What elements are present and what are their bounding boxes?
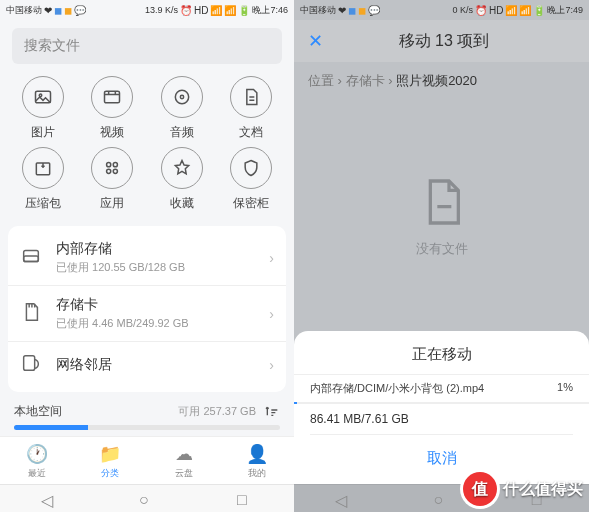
storage-sub: 已使用 4.46 MB/249.92 GB [56, 316, 257, 331]
favorite-icon [161, 147, 203, 189]
network-icon [20, 352, 44, 378]
cloud-icon: ☁ [175, 443, 193, 465]
nav-home-icon[interactable]: ○ [433, 491, 449, 507]
svg-point-9 [114, 169, 118, 173]
person-icon: 👤 [246, 443, 268, 465]
app-icon-1: ◼ [348, 5, 356, 16]
move-progress-sheet: 正在移动 内部存储/DCIM/小米小背包 (2).mp4 1% 86.41 MB… [294, 331, 589, 484]
svg-point-8 [107, 169, 111, 173]
tab-category[interactable]: 📁 分类 [74, 437, 148, 484]
carrier-label: 中国移动 [300, 4, 336, 17]
chevron-right-icon: › [269, 306, 274, 322]
breadcrumb[interactable]: 位置 › 存储卡 › 照片视频2020 [294, 62, 589, 100]
crumb-current: 照片视频2020 [396, 73, 477, 88]
storage-list: 内部存储 已使用 120.55 GB/128 GB › 存储卡 已使用 4.46… [8, 226, 286, 392]
alarm-icon: ⏰ [475, 5, 487, 16]
document-icon [230, 76, 272, 118]
video-icon [91, 76, 133, 118]
audio-icon [161, 76, 203, 118]
android-navbar: ◁ ○ □ [0, 484, 294, 512]
category-video[interactable]: 视频 [78, 76, 148, 141]
category-document[interactable]: 文档 [217, 76, 287, 141]
sheet-title: 正在移动 [294, 345, 589, 374]
category-image[interactable]: 图片 [8, 76, 78, 141]
heart-icon: ❤ [338, 5, 346, 16]
nav-home-icon[interactable]: ○ [139, 491, 155, 507]
hd-icon: HD [489, 5, 503, 16]
nav-back-icon[interactable]: ◁ [335, 491, 351, 507]
category-app[interactable]: 应用 [78, 147, 148, 212]
chat-icon: 💬 [368, 5, 380, 16]
available-label: 可用 257.37 GB [178, 404, 256, 419]
app-icon-2: ◼ [358, 5, 366, 16]
signal-icon: 📶 [519, 5, 531, 16]
category-audio[interactable]: 音频 [147, 76, 217, 141]
svg-point-6 [107, 163, 111, 167]
image-icon [22, 76, 64, 118]
size-label: 86.41 MB/7.61 GB [294, 404, 589, 434]
crumb-sdcard[interactable]: 存储卡 [346, 73, 385, 88]
category-safe[interactable]: 保密柜 [217, 147, 287, 212]
storage-title: 内部存储 [56, 240, 257, 258]
cancel-button[interactable]: 取消 [310, 434, 573, 476]
category-label: 视频 [100, 124, 124, 141]
category-label: 保密柜 [233, 195, 269, 212]
net-speed: 0 K/s [453, 5, 474, 15]
wifi-icon: 📶 [505, 5, 517, 16]
clock: 晚上7:49 [547, 4, 583, 17]
app-icon-1: ◼ [54, 5, 62, 16]
tab-label: 分类 [101, 467, 119, 480]
tab-label: 最近 [28, 467, 46, 480]
svg-rect-12 [24, 356, 35, 371]
watermark-badge: 值 [463, 472, 497, 506]
crumb-location[interactable]: 位置 [308, 73, 334, 88]
category-favorite[interactable]: 收藏 [147, 147, 217, 212]
folder-icon: 📁 [99, 443, 121, 465]
clock: 晚上7:46 [252, 4, 288, 17]
category-label: 收藏 [170, 195, 194, 212]
category-label: 压缩包 [25, 195, 61, 212]
sdcard-icon [20, 301, 44, 327]
empty-state: 没有文件 [294, 100, 589, 331]
internal-storage-icon [20, 245, 44, 271]
svg-point-3 [175, 90, 188, 103]
storage-internal[interactable]: 内部存储 已使用 120.55 GB/128 GB › [8, 230, 286, 285]
storage-title: 网络邻居 [56, 356, 257, 374]
alarm-icon: ⏰ [180, 5, 192, 16]
phone-right: 中国移动 ❤ ◼ ◼ 💬 0 K/s ⏰ HD 📶 📶 🔋 晚上7:49 ✕ 移… [294, 0, 589, 512]
search-input[interactable]: 搜索文件 [12, 28, 282, 64]
storage-sdcard[interactable]: 存储卡 已使用 4.46 MB/249.92 GB › [8, 285, 286, 341]
category-grid: 图片 视频 音频 文档 压缩包 应用 [0, 72, 294, 226]
chevron-right-icon: › [269, 357, 274, 373]
category-label: 图片 [31, 124, 55, 141]
app-icon [91, 147, 133, 189]
file-path: 内部存储/DCIM/小米小背包 (2).mp4 [310, 381, 484, 396]
local-space-row: 本地空间 可用 257.37 GB [0, 392, 294, 423]
battery-icon: 🔋 [238, 5, 250, 16]
archive-icon [22, 147, 64, 189]
app-icon-2: ◼ [64, 5, 72, 16]
storage-network[interactable]: 网络邻居 › [8, 341, 286, 388]
phone-left: 中国移动 ❤ ◼ ◼ 💬 13.9 K/s ⏰ HD 📶 📶 🔋 晚上7:46 … [0, 0, 294, 512]
close-icon[interactable]: ✕ [308, 30, 323, 52]
heart-icon: ❤ [44, 5, 52, 16]
watermark: 值 什么值得买 [463, 472, 583, 506]
storage-progress [14, 425, 280, 430]
page-title: 移动 13 项到 [337, 31, 551, 52]
tab-label: 云盘 [175, 467, 193, 480]
tab-recent[interactable]: 🕐 最近 [0, 437, 74, 484]
wifi-icon: 📶 [210, 5, 222, 16]
category-archive[interactable]: 压缩包 [8, 147, 78, 212]
clock-icon: 🕐 [26, 443, 48, 465]
tab-cloud[interactable]: ☁ 云盘 [147, 437, 221, 484]
svg-rect-11 [24, 256, 39, 262]
nav-back-icon[interactable]: ◁ [41, 491, 57, 507]
nav-recent-icon[interactable]: □ [237, 491, 253, 507]
tab-mine[interactable]: 👤 我的 [221, 437, 295, 484]
watermark-text: 什么值得买 [503, 479, 583, 500]
svg-point-7 [114, 163, 118, 167]
tab-label: 我的 [248, 467, 266, 480]
signal-icon: 📶 [224, 5, 236, 16]
storage-sub: 已使用 120.55 GB/128 GB [56, 260, 257, 275]
sort-icon[interactable] [264, 402, 280, 421]
